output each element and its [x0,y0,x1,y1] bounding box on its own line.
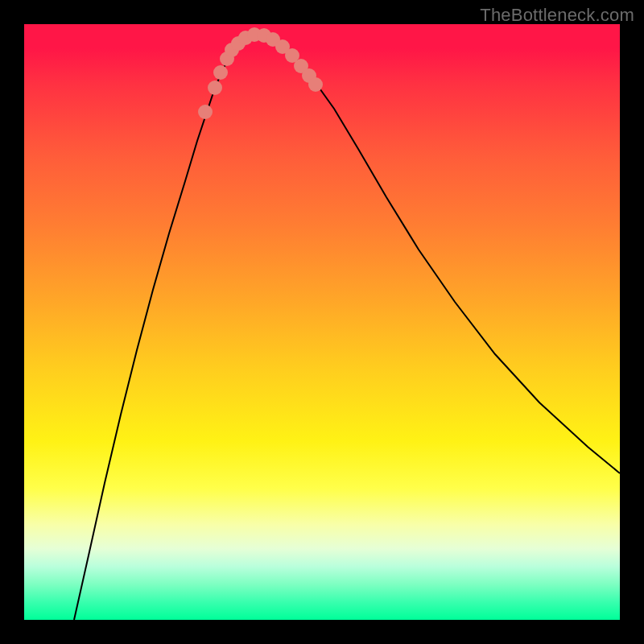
curve-layer [24,24,620,620]
plot-area [24,24,620,620]
bottleneck-curve [74,35,620,620]
curve-dot [308,77,323,92]
watermark-text: TheBottleneck.com [480,5,634,26]
curve-dot [198,105,213,119]
dot-cluster [198,27,323,119]
chart-frame: TheBottleneck.com [0,0,644,644]
curve-dot [208,80,222,95]
curve-dot [213,65,228,80]
